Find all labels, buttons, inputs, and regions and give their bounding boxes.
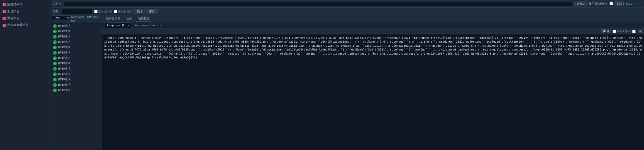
speed-display: 0k/s <box>626 2 633 5</box>
shield-icon: ✓ <box>53 35 57 39</box>
list-item[interactable]: ✓ HTTP请求 <box>51 66 102 71</box>
regex-label[interactable]: 正则表达式 <box>114 9 132 13</box>
case-label[interactable]: 区分大小写 <box>613 29 631 33</box>
list-item[interactable]: ✓ HTTP请求 <box>51 29 102 34</box>
pink-square-icon <box>3 17 6 20</box>
sidebar-item-label: 汇总报告 <box>7 9 19 14</box>
search-input[interactable] <box>62 9 93 14</box>
shield-icon: ✓ <box>53 24 57 28</box>
dots-separator: ... <box>635 2 641 6</box>
shield-icon: ✓ <box>53 67 57 71</box>
sidebar-item-label: 察看结果树 <box>7 2 22 7</box>
body-tabs: Response Body Response headers <box>102 22 644 28</box>
case-sensitive-checkbox[interactable] <box>94 10 98 13</box>
regex-label-2[interactable]: 正则 <box>632 29 642 33</box>
sidebar-item-aggregate-report[interactable]: 聚合报告 <box>0 15 51 22</box>
filename-input[interactable] <box>64 1 572 6</box>
pink-square-icon <box>3 3 6 6</box>
case-checkbox[interactable] <box>613 30 616 33</box>
tab-response-headers[interactable]: Response headers <box>132 22 164 28</box>
shield-icon: ✓ <box>53 72 57 76</box>
request-type: HTTP请求 <box>58 72 71 76</box>
response-panel: 取样器结果 请求 响应数据 Response Body Response hea… <box>102 15 644 150</box>
list-item[interactable]: ✓ HTTP请求 <box>51 88 102 93</box>
shield-icon: ✓ <box>53 83 57 87</box>
find-bar: Find 区分大小写 正则 <box>102 28 644 34</box>
request-type: HTTP请求 <box>58 24 71 28</box>
request-type: HTTP请求 <box>58 88 71 92</box>
list-item[interactable]: ✓ HTTP请求 <box>51 61 102 66</box>
request-type: HTTP请求 <box>58 61 71 65</box>
search-bar: 查找: 区分大小写 正则表达式 查找 重置 ... <box>51 8 644 15</box>
shield-icon: ✓ <box>53 40 57 44</box>
shield-icon: ✓ <box>53 51 57 55</box>
list-item[interactable]: ✓ HTTP请求 <box>51 71 102 77</box>
list-item[interactable]: ✓ HTTP请求 <box>51 34 102 39</box>
list-item[interactable]: ✓ HTTP请求 <box>51 82 102 88</box>
request-type: HTTP请求 <box>58 56 71 60</box>
request-type: HTTP请求 <box>58 29 71 33</box>
list-item[interactable]: ✓ HTTP请求 <box>51 39 102 45</box>
tab-sampler-results[interactable]: 取样器结果 <box>104 16 122 21</box>
shield-icon: ✓ <box>53 89 57 92</box>
list-item[interactable]: ✓ HTTP请求 <box>51 23 102 29</box>
main-panel: 文件名 浏览... 显示日志内容: 31% 0k/s ... 查找: 区分大小写… <box>51 0 644 150</box>
request-type: HTTP请求 <box>58 67 71 71</box>
shield-icon: ✓ <box>53 30 57 33</box>
request-panel: Text HTML XML JSON 取样器结果 请求 响应数据 ✓ HTTP请… <box>51 15 102 150</box>
format-select[interactable]: Text HTML XML JSON <box>52 15 70 20</box>
reset-button[interactable]: 重置 <box>146 9 158 14</box>
request-type: HTTP请求 <box>58 51 71 55</box>
shield-icon: ✓ <box>53 78 57 81</box>
dots-separator-2: ... <box>160 10 166 13</box>
shield-icon: ✓ <box>53 62 57 65</box>
regex-checkbox[interactable] <box>114 10 117 13</box>
find-button[interactable]: 查找 <box>134 9 145 14</box>
log-label: 显示日志内容: <box>589 2 607 6</box>
percent-badge: 31% <box>615 2 624 6</box>
request-tabs: Text HTML XML JSON 取样器结果 请求 响应数据 <box>51 15 102 23</box>
tab-request[interactable]: 请求 <box>124 16 134 21</box>
request-type: HTTP请求 <box>58 40 71 44</box>
search-label: 查找: <box>53 9 61 13</box>
sidebar-item-label: 聚合报告 <box>7 16 19 20</box>
request-type: HTTP请求 <box>58 83 71 87</box>
shield-icon: ✓ <box>53 56 57 60</box>
browse-button[interactable]: 浏览... <box>574 1 587 6</box>
shield-icon: ✓ <box>53 46 57 49</box>
list-item[interactable]: ✓ HTTP请求 <box>51 50 102 55</box>
file-bar: 文件名 浏览... 显示日志内容: 31% 0k/s ... <box>51 0 644 8</box>
list-item[interactable]: ✓ HTTP请求 <box>51 77 102 82</box>
response-toolbar: 取样器结果 请求 响应数据 <box>102 15 644 22</box>
request-list: ✓ HTTP请求 ✓ HTTP请求 ✓ HTTP请求 ✓ HTTP请求 ✓ <box>51 23 102 150</box>
tab-response-data[interactable]: 响应数据 <box>136 16 151 21</box>
find-button[interactable]: Find <box>601 29 611 33</box>
request-type: HTTP请求 <box>58 78 71 81</box>
sampler-tabs-label: 取样器结果 请求 响应数据 <box>70 15 101 23</box>
case-sensitive-label[interactable]: 区分大小写 <box>94 9 112 13</box>
content-area: Text HTML XML JSON 取样器结果 请求 响应数据 ✓ HTTP请… <box>51 15 644 150</box>
request-type: HTTP请求 <box>58 35 71 39</box>
pink-square-icon <box>3 10 6 13</box>
list-item[interactable]: ✓ HTTP请求 <box>51 45 102 50</box>
sidebar-item-summary-report[interactable]: 汇总报告 <box>0 8 51 15</box>
tab-response-body[interactable]: Response Body <box>104 22 132 28</box>
request-type: HTTP请求 <box>58 45 71 49</box>
response-body-content: {"code":200,"data":[{"grade":"æ¼è¼","mem… <box>102 34 644 150</box>
sidebar-item-view-results-table[interactable]: 用表格察看结果 <box>0 22 51 29</box>
pink-square-icon <box>3 24 6 27</box>
regex-checkbox-2[interactable] <box>632 30 636 33</box>
file-label: 文件名 <box>53 2 62 6</box>
log-checkbox[interactable] <box>610 2 613 5</box>
sidebar: 察看结果树 汇总报告 聚合报告 用表格察看结果 <box>0 0 51 150</box>
sidebar-item-view-results-tree[interactable]: 察看结果树 <box>0 1 51 8</box>
list-item[interactable]: ✓ HTTP请求 <box>51 55 102 61</box>
sidebar-item-label: 用表格察看结果 <box>7 23 29 27</box>
